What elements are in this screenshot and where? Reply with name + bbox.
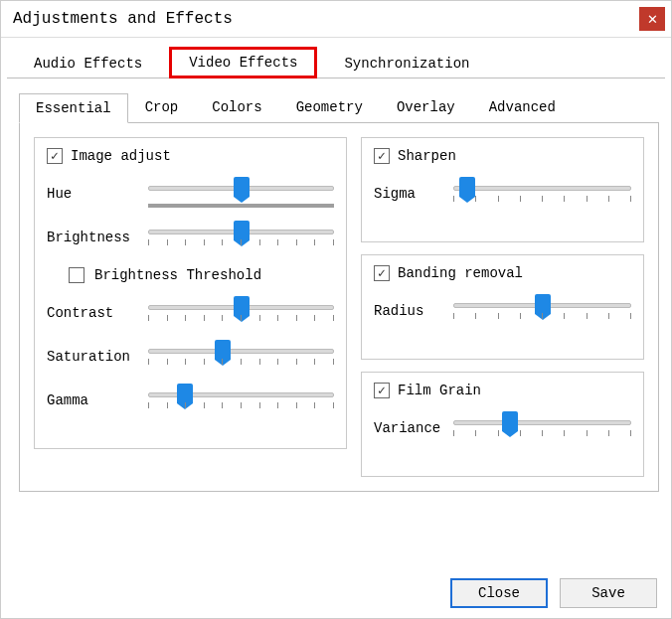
hue-label: Hue [47, 186, 138, 202]
tab-essential[interactable]: Essential [19, 93, 128, 123]
variance-label: Variance [374, 420, 443, 436]
sharpen-group: Sharpen Sigma [361, 137, 644, 242]
image-adjust-group: Image adjust Hue Brightness [34, 137, 347, 449]
variance-slider[interactable] [453, 414, 631, 442]
tab-crop[interactable]: Crop [128, 92, 196, 122]
radius-slider[interactable] [453, 297, 631, 325]
image-adjust-checkbox[interactable] [47, 148, 63, 164]
banding-removal-label: Banding removal [398, 265, 523, 281]
image-adjust-label: Image adjust [71, 148, 171, 164]
brightness-label: Brightness [47, 230, 138, 245]
tab-advanced[interactable]: Advanced [472, 92, 573, 122]
sub-tab-bar: Essential Crop Colors Geometry Overlay A… [19, 92, 659, 122]
sharpen-checkbox[interactable] [374, 148, 390, 164]
tab-colors[interactable]: Colors [195, 92, 278, 122]
brightness-slider[interactable] [148, 224, 334, 251]
save-button[interactable]: Save [560, 578, 657, 608]
close-button[interactable]: Close [450, 578, 548, 608]
brightness-threshold-checkbox[interactable] [69, 267, 84, 283]
hue-slider[interactable] [148, 180, 334, 208]
main-tab-bar: Audio Effects Video Effects Synchronizat… [7, 46, 665, 78]
banding-removal-checkbox[interactable] [374, 265, 390, 281]
tab-overlay[interactable]: Overlay [380, 92, 472, 122]
film-grain-label: Film Grain [398, 383, 481, 398]
tab-synchronization[interactable]: Synchronization [323, 47, 490, 78]
gamma-slider[interactable] [148, 387, 334, 414]
sharpen-label: Sharpen [398, 148, 456, 164]
film-grain-group: Film Grain Variance [361, 372, 644, 477]
saturation-label: Saturation [47, 349, 138, 365]
contrast-label: Contrast [47, 305, 138, 321]
window-title: Adjustments and Effects [13, 10, 233, 28]
tab-audio-effects[interactable]: Audio Effects [13, 47, 163, 78]
close-icon[interactable]: ✕ [639, 7, 665, 31]
sigma-slider[interactable] [453, 180, 631, 208]
brightness-threshold-label: Brightness Threshold [94, 267, 261, 283]
essential-panel: Image adjust Hue Brightness [19, 122, 659, 492]
saturation-slider[interactable] [148, 343, 334, 371]
gamma-label: Gamma [47, 392, 138, 408]
radius-label: Radius [374, 303, 443, 319]
contrast-slider[interactable] [148, 299, 334, 327]
tab-video-effects[interactable]: Video Effects [169, 47, 317, 78]
tab-geometry[interactable]: Geometry [279, 92, 380, 122]
film-grain-checkbox[interactable] [374, 383, 390, 398]
banding-removal-group: Banding removal Radius [361, 254, 644, 360]
sigma-label: Sigma [374, 186, 443, 202]
